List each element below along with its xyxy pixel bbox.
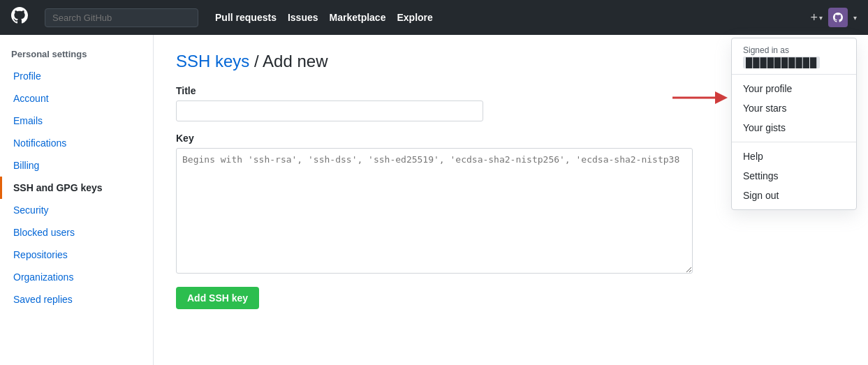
key-textarea[interactable] — [176, 148, 693, 274]
signed-in-label: Signed in as — [743, 45, 789, 55]
sidebar-item-emails[interactable]: Emails — [0, 110, 153, 132]
dropdown-your-stars[interactable]: Your stars — [732, 98, 856, 118]
plus-caret-icon: ▾ — [819, 14, 823, 22]
dropdown-help[interactable]: Help — [732, 147, 856, 166]
sidebar-title: Personal settings — [0, 49, 153, 65]
topnav-right: + ▾ ▾ — [810, 8, 857, 27]
add-ssh-key-button[interactable]: Add SSH key — [176, 287, 259, 309]
sidebar-item-profile[interactable]: Profile — [0, 65, 153, 87]
sidebar-item-notifications[interactable]: Notifications — [0, 132, 153, 154]
sidebar: Personal settings Profile Account Emails… — [0, 35, 154, 365]
sidebar-item-blocked[interactable]: Blocked users — [0, 221, 153, 244]
sidebar-item-saved-replies[interactable]: Saved replies — [0, 288, 153, 311]
breadcrumb-link[interactable]: SSH keys — [176, 52, 249, 70]
sidebar-item-account[interactable]: Account — [0, 87, 153, 110]
topnav: Pull requests Issues Marketplace Explore… — [0, 0, 868, 35]
github-logo-icon — [11, 7, 28, 28]
topnav-links: Pull requests Issues Marketplace Explore — [215, 12, 433, 23]
dropdown-your-profile[interactable]: Your profile — [732, 79, 856, 98]
sidebar-item-repositories[interactable]: Repositories — [0, 244, 153, 266]
dropdown-section-help: Help Settings Sign out — [732, 142, 856, 209]
issues-link[interactable]: Issues — [288, 12, 318, 23]
dropdown-sign-out[interactable]: Sign out — [732, 186, 856, 205]
marketplace-link[interactable]: Marketplace — [330, 12, 386, 23]
avatar-caret-icon[interactable]: ▾ — [853, 14, 857, 22]
sidebar-item-ssh[interactable]: SSH and GPG keys — [0, 177, 153, 199]
arrow-pointer — [672, 91, 728, 107]
breadcrumb-separator: / — [249, 52, 263, 70]
new-item-button[interactable]: + ▾ — [810, 10, 823, 25]
title-input[interactable] — [176, 100, 483, 121]
sidebar-item-organizations[interactable]: Organizations — [0, 266, 153, 288]
dropdown-username: ██████████ — [743, 57, 820, 68]
dropdown-section-profile: Your profile Your stars Your gists — [732, 75, 856, 142]
sidebar-item-security[interactable]: Security — [0, 199, 153, 221]
plus-icon: + — [810, 10, 818, 25]
page-title: Add new — [263, 52, 328, 70]
dropdown-your-gists[interactable]: Your gists — [732, 118, 856, 137]
sidebar-item-billing[interactable]: Billing — [0, 154, 153, 177]
dropdown-header: Signed in as ██████████ — [732, 38, 856, 75]
search-input[interactable] — [45, 8, 198, 27]
pull-requests-link[interactable]: Pull requests — [215, 12, 277, 23]
user-dropdown-menu: Signed in as ██████████ Your profile You… — [731, 38, 857, 210]
user-avatar[interactable] — [828, 8, 848, 27]
explore-link[interactable]: Explore — [397, 12, 432, 23]
dropdown-settings[interactable]: Settings — [732, 166, 856, 186]
